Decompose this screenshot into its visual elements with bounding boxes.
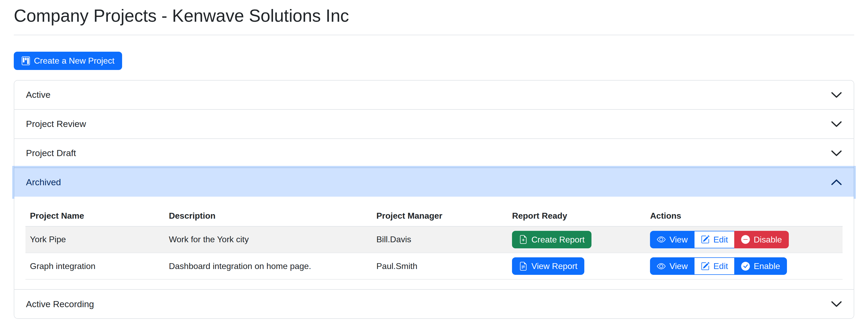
check-circle-icon <box>741 262 750 271</box>
create-report-button[interactable]: Create Report <box>512 231 591 248</box>
create-report-label: Create Report <box>531 235 585 245</box>
cell-report-ready: Create Report <box>507 226 646 253</box>
view-report-button[interactable]: View Report <box>512 257 584 275</box>
accordion-header-active[interactable]: Active <box>14 81 854 109</box>
cell-project-name: York Pipe <box>25 226 164 253</box>
table-row: York Pipe Work for the York city Bill.Da… <box>25 226 843 253</box>
cell-project-manager: Paul.Smith <box>372 253 507 279</box>
edit-label: Edit <box>713 261 728 271</box>
column-header-actions: Actions <box>646 206 843 226</box>
accordion-item-archived: Archived Project Name Description Projec… <box>14 168 854 290</box>
enable-label: Enable <box>753 261 780 271</box>
page-title: Company Projects - Kenwave Solutions Inc <box>14 0 854 26</box>
accordion-header-archived[interactable]: Archived <box>14 168 854 197</box>
chevron-up-icon <box>831 177 842 188</box>
accordion-header-project-draft[interactable]: Project Draft <box>14 139 854 168</box>
cell-actions: View Edit <box>646 226 843 253</box>
cell-project-name: Graph integration <box>25 253 164 279</box>
dash-circle-icon <box>741 235 750 244</box>
actions-button-group: View Edit <box>650 257 787 275</box>
accordion-header-project-review[interactable]: Project Review <box>14 110 854 138</box>
file-earmark-text-icon <box>519 262 528 271</box>
pencil-square-icon <box>701 235 710 244</box>
view-label: View <box>669 261 688 271</box>
cell-description: Work for the York city <box>164 226 372 253</box>
view-button[interactable]: View <box>650 257 694 275</box>
chevron-down-icon <box>831 298 842 310</box>
eye-icon <box>657 262 665 271</box>
actions-button-group: View Edit <box>650 231 789 248</box>
cell-actions: View Edit <box>646 253 843 279</box>
edit-button[interactable]: Edit <box>694 257 735 275</box>
cell-report-ready: View Report <box>507 253 646 279</box>
projects-accordion: Active Project Review Project Draft <box>14 80 854 319</box>
archived-projects-table: Project Name Description Project Manager… <box>25 206 843 280</box>
page-container: Company Projects - Kenwave Solutions Inc… <box>14 0 854 319</box>
archived-section-body: Project Name Description Project Manager… <box>14 197 854 290</box>
accordion-item-active-recording: Active Recording <box>14 290 854 319</box>
view-report-label: View Report <box>531 261 578 271</box>
accordion-label-active-recording: Active Recording <box>26 299 94 309</box>
accordion-item-active: Active <box>14 80 854 110</box>
column-header-report-ready: Report Ready <box>507 206 646 226</box>
accordion-label-archived: Archived <box>26 177 61 187</box>
table-header-row: Project Name Description Project Manager… <box>25 206 843 226</box>
accordion-label-active: Active <box>26 90 51 100</box>
view-button[interactable]: View <box>650 231 694 248</box>
view-label: View <box>669 235 688 245</box>
eye-icon <box>657 235 665 244</box>
cell-project-manager: Bill.Davis <box>372 226 507 253</box>
accordion-label-project-review: Project Review <box>26 119 86 129</box>
column-header-project-name: Project Name <box>25 206 164 226</box>
chevron-down-icon <box>831 119 842 130</box>
kanban-icon <box>22 57 30 65</box>
edit-label: Edit <box>713 235 728 245</box>
create-new-project-button[interactable]: Create a New Project <box>14 52 122 70</box>
accordion-item-project-draft: Project Draft <box>14 139 854 168</box>
table-row: Graph integration Dashboard integration … <box>25 253 843 279</box>
chevron-down-icon <box>831 148 842 159</box>
chevron-down-icon <box>831 89 842 100</box>
disable-label: Disable <box>753 235 782 245</box>
cell-description: Dashboard integration on home page. <box>164 253 372 279</box>
pencil-square-icon <box>701 262 710 271</box>
column-header-project-manager: Project Manager <box>372 206 507 226</box>
column-header-description: Description <box>164 206 372 226</box>
disable-button[interactable]: Disable <box>734 231 789 248</box>
create-new-project-label: Create a New Project <box>34 56 115 66</box>
accordion-header-active-recording[interactable]: Active Recording <box>14 290 854 318</box>
accordion-item-project-review: Project Review <box>14 110 854 139</box>
edit-button[interactable]: Edit <box>694 231 735 248</box>
enable-button[interactable]: Enable <box>734 257 787 275</box>
accordion-label-project-draft: Project Draft <box>26 148 76 158</box>
file-earmark-plus-icon <box>519 235 528 244</box>
title-divider <box>14 35 854 35</box>
